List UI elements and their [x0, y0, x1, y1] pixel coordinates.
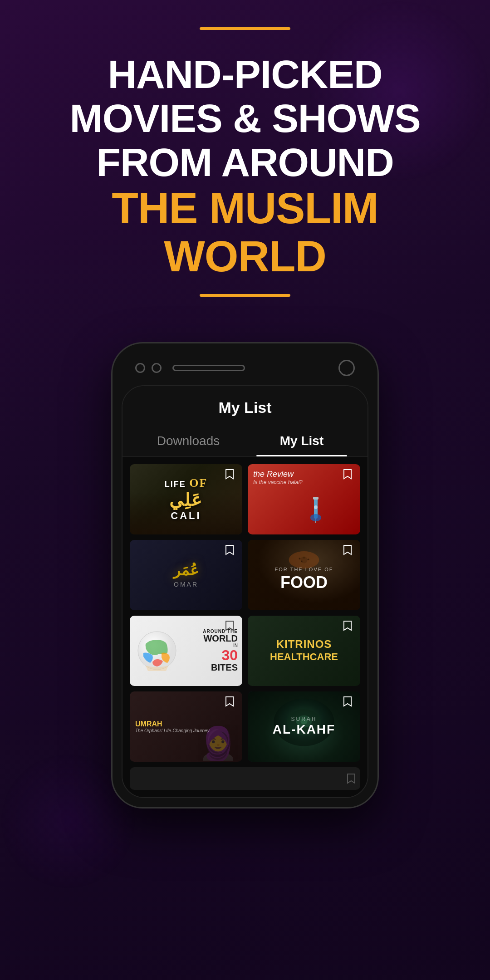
- card-alkahf-bookmark[interactable]: [343, 696, 356, 709]
- umrah-subtitle: The Orphans' Life-Changing Journey: [135, 728, 210, 733]
- omar-arabic-title: عُمَر: [173, 562, 199, 579]
- bottom-card-bookmark-icon: [347, 773, 356, 784]
- app-header-title: My List: [132, 399, 358, 416]
- card-world-bookmark[interactable]: [225, 620, 238, 633]
- review-text: the Review Is the vaccine halal?: [253, 470, 303, 485]
- card-food-bookmark[interactable]: [343, 544, 356, 557]
- world-title-number: 30: [203, 648, 238, 662]
- content-grid: LIFE OF عَلِي CALI: [130, 464, 360, 762]
- review-subtitle: Is the vaccine halal?: [253, 479, 303, 485]
- phone-mockup: My List Downloads My List: [111, 342, 379, 808]
- hero-divider-bottom: [200, 294, 290, 297]
- syringe-visual: [281, 485, 360, 534]
- hero-title: HAND-PICKED MOVIES & SHOWS FROM AROUND T…: [27, 53, 463, 280]
- card-life-of-ali[interactable]: LIFE OF عَلِي CALI: [130, 464, 242, 534]
- bottom-partial-card: [130, 767, 360, 790]
- globe-visual: [137, 630, 177, 671]
- svg-point-8: [303, 557, 305, 559]
- review-title: the Review: [253, 470, 303, 479]
- camera-dot-1: [135, 363, 145, 373]
- card-al-kahf[interactable]: SURAH AL-KAHF: [248, 691, 360, 762]
- alkahf-title: AL-KAHF: [273, 722, 335, 737]
- app-content: LIFE OF عَلِي CALI: [122, 457, 368, 797]
- world-title-bites: BITES: [203, 662, 238, 673]
- kitrinos-title: KITRINOS: [270, 638, 338, 651]
- card-umrah-bookmark[interactable]: [225, 696, 238, 709]
- svg-point-10: [301, 560, 303, 562]
- svg-point-7: [299, 558, 301, 559]
- omar-text-container: عُمَر OMAR: [173, 562, 199, 588]
- tab-downloads[interactable]: Downloads: [132, 426, 245, 456]
- card-review[interactable]: the Review Is the vaccine halal?: [248, 464, 360, 534]
- card-umrah[interactable]: UMRAH The Orphans' Life-Changing Journey…: [130, 691, 242, 762]
- svg-point-3: [314, 505, 318, 509]
- card-kitrinos[interactable]: KITRINOS HEALTHCARE: [248, 616, 360, 686]
- food-label-small: FOR THE LOVE OF: [275, 567, 333, 572]
- card-review-bookmark[interactable]: [343, 469, 356, 481]
- hero-title-highlight: THE MUSLIM WORLD: [27, 184, 463, 280]
- card-food[interactable]: FOR THE LOVE OF FOOD: [248, 540, 360, 610]
- card-omar[interactable]: عُمَر OMAR: [130, 540, 242, 610]
- globe-svg: [137, 630, 177, 671]
- card-around-the-world[interactable]: AROUND THE WORLD IN 30 BITES: [130, 616, 242, 686]
- phone-top-bar: [122, 353, 368, 385]
- world-title-world: WORLD: [203, 634, 238, 643]
- kitrinos-subtitle: HEALTHCARE: [270, 651, 338, 663]
- app-header: My List Downloads My List: [122, 386, 368, 457]
- phone-outer: My List Downloads My List: [111, 342, 379, 808]
- life-of-ali-title: LIFE OF عَلِي CALI: [165, 476, 208, 522]
- phone-screen: My List Downloads My List: [122, 385, 368, 798]
- app-tabs[interactable]: Downloads My List: [132, 426, 358, 456]
- umrah-title: UMRAH: [135, 720, 210, 728]
- umrah-text-container: UMRAH The Orphans' Life-Changing Journey: [135, 720, 210, 733]
- hero-divider-top: [200, 27, 290, 30]
- card-kitrinos-bookmark[interactable]: [343, 620, 356, 633]
- camera-dot-2: [152, 363, 162, 373]
- card-omar-bookmark[interactable]: [225, 544, 238, 557]
- tab-mylist[interactable]: My List: [245, 426, 358, 456]
- phone-cameras: [135, 363, 245, 373]
- alkahf-text-container: SURAH AL-KAHF: [273, 716, 335, 737]
- food-text: FOR THE LOVE OF FOOD: [275, 567, 333, 592]
- phone-speaker: [172, 365, 245, 371]
- food-label-big: FOOD: [275, 573, 333, 592]
- life-of-ali-text-container: LIFE OF عَلِي CALI: [165, 476, 208, 522]
- omar-latin-subtitle: OMAR: [173, 581, 199, 588]
- kitrinos-text-container: KITRINOS HEALTHCARE: [270, 638, 338, 663]
- svg-point-9: [308, 559, 309, 560]
- card-life-of-ali-bookmark[interactable]: [225, 469, 238, 481]
- svg-point-4: [310, 514, 321, 521]
- alkahf-surah-label: SURAH: [273, 716, 335, 722]
- hero-section: HAND-PICKED MOVIES & SHOWS FROM AROUND T…: [0, 0, 490, 315]
- svg-rect-2: [313, 497, 318, 500]
- front-camera: [338, 360, 355, 376]
- world-text: AROUND THE WORLD IN 30 BITES: [203, 629, 238, 673]
